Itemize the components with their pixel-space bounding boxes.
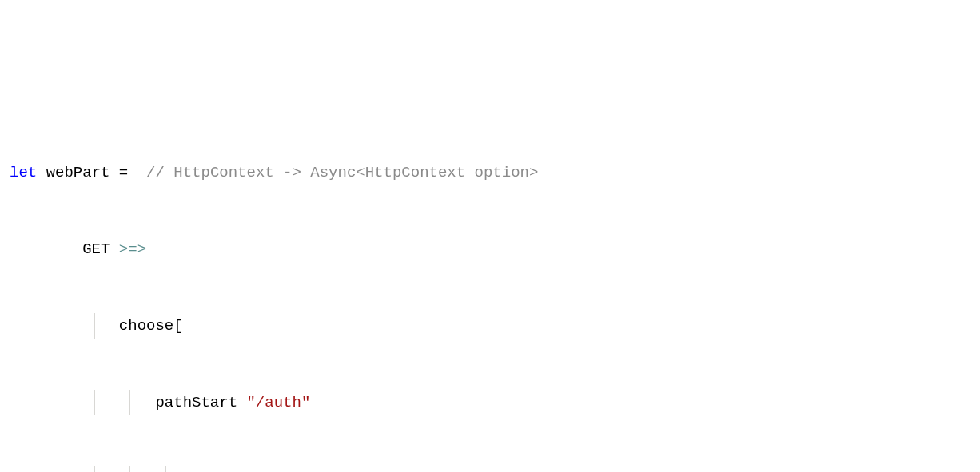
code-line: GET >=> (10, 236, 970, 262)
fn-choose: choose (119, 317, 173, 335)
keyword-let: let (10, 164, 37, 181)
code-editor[interactable]: let webPart = // HttpContext -> Async<Ht… (10, 109, 970, 472)
fn-pathstart: pathStart (155, 394, 237, 411)
string-literal: "/auth" (246, 394, 310, 411)
identifier-get: GET (82, 240, 110, 258)
operator-eq: = (119, 164, 128, 181)
code-line: let webPart = // HttpContext -> Async<Ht… (10, 160, 970, 185)
bracket-open: [ (173, 317, 182, 335)
code-line: pathStart "/auth" (10, 390, 970, 415)
code-line: >=> (10, 466, 970, 472)
operator-bind: >=> (119, 240, 146, 258)
comment: // HttpContext -> Async<HttpContext opti… (146, 164, 538, 181)
code-line: choose[ (10, 313, 970, 339)
identifier: webPart (46, 164, 110, 181)
